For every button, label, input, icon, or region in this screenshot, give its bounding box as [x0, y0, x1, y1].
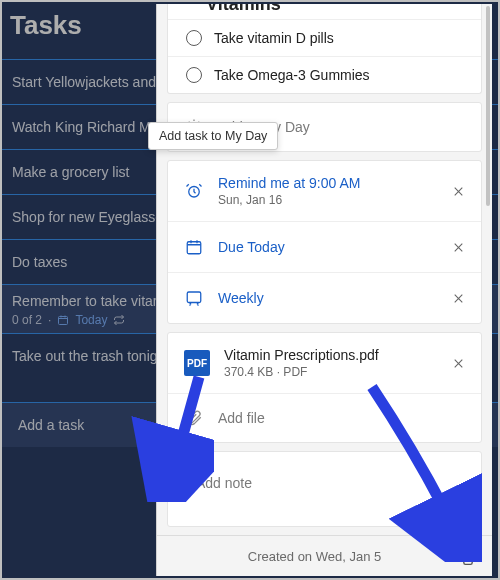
delete-task-button[interactable]	[458, 546, 478, 566]
detail-footer: Created on Wed, Jan 5	[157, 535, 492, 576]
created-label: Created on Wed, Jan 5	[171, 549, 458, 564]
radio-unchecked-icon[interactable]	[186, 67, 202, 83]
schedule-card: Remind me at 9:00 AM Sun, Jan 16 Due Tod…	[167, 160, 482, 324]
radio-unchecked-icon[interactable]	[186, 30, 202, 46]
remove-due-button[interactable]	[447, 236, 469, 258]
paperclip-icon	[184, 408, 204, 428]
task-title[interactable]: Vitamins	[168, 4, 481, 19]
attachment-meta: 370.4 KB · PDF	[224, 365, 433, 379]
repeat-label: Weekly	[218, 290, 433, 306]
add-file-button[interactable]: Add file	[168, 393, 481, 442]
scrollbar[interactable]	[486, 6, 490, 206]
task-title-card: Vitamins Take vitamin D pills Take Omega…	[167, 4, 482, 94]
reminder-row[interactable]: Remind me at 9:00 AM Sun, Jan 16	[168, 161, 481, 221]
repeat-row[interactable]: Weekly	[168, 272, 481, 323]
svg-rect-3	[187, 242, 201, 254]
note-input[interactable]: Add note	[168, 452, 481, 526]
tooltip: Add task to My Day	[148, 122, 278, 150]
files-card: PDF Vitamin Prescriptions.pdf 370.4 KB ·…	[167, 332, 482, 443]
step-label: Take vitamin D pills	[214, 30, 334, 46]
reminder-label: Remind me at 9:00 AM	[218, 175, 433, 191]
alarm-icon	[184, 181, 204, 201]
task-step[interactable]: Take vitamin D pills	[168, 19, 481, 56]
attachment-name: Vitamin Prescriptions.pdf	[224, 347, 433, 363]
svg-rect-4	[187, 292, 201, 303]
repeat-icon	[184, 288, 204, 308]
pdf-icon: PDF	[184, 350, 210, 376]
due-date-row[interactable]: Due Today	[168, 221, 481, 272]
remove-repeat-button[interactable]	[447, 287, 469, 309]
add-file-label: Add file	[218, 410, 469, 426]
attachment-row[interactable]: PDF Vitamin Prescriptions.pdf 370.4 KB ·…	[168, 333, 481, 393]
due-label: Due Today	[218, 239, 433, 255]
remove-attachment-button[interactable]	[447, 352, 469, 374]
calendar-icon	[184, 237, 204, 257]
note-card: Add note	[167, 451, 482, 527]
reminder-sub: Sun, Jan 16	[218, 193, 433, 207]
app-window: Tasks Start Yellowjackets and Dopesick W…	[0, 0, 500, 580]
task-step[interactable]: Take Omega-3 Gummies	[168, 56, 481, 93]
step-label: Take Omega-3 Gummies	[214, 67, 370, 83]
remove-reminder-button[interactable]	[447, 180, 469, 202]
task-detail-panel: Vitamins Take vitamin D pills Take Omega…	[156, 4, 492, 576]
note-placeholder: Add note	[196, 475, 252, 491]
